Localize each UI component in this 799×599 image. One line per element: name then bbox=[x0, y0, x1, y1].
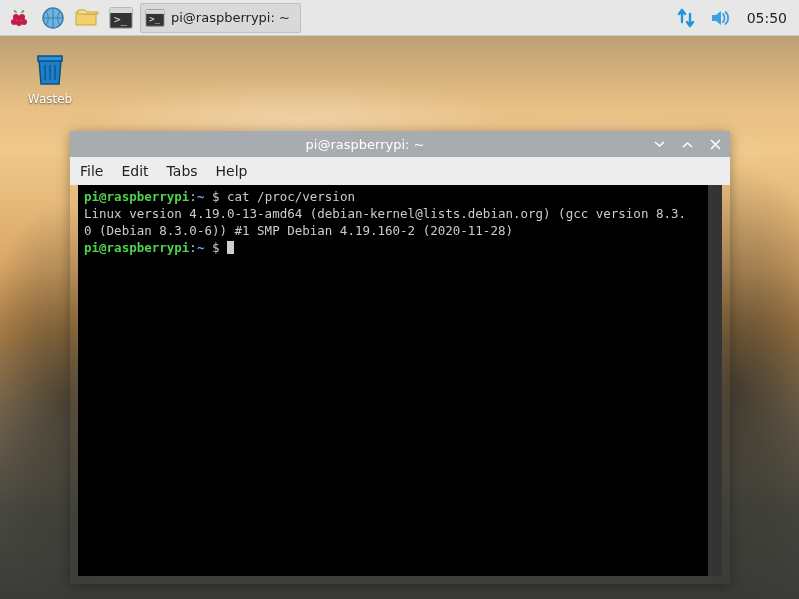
prompt-sep: : bbox=[189, 189, 197, 204]
terminal-icon: >_ bbox=[109, 7, 133, 29]
prompt-symbol: $ bbox=[212, 240, 220, 255]
chevron-up-icon bbox=[682, 139, 693, 150]
close-button[interactable] bbox=[708, 137, 722, 151]
network-indicator[interactable] bbox=[671, 3, 701, 33]
folder-icon bbox=[74, 6, 100, 30]
titlebar[interactable]: pi@raspberrypi: ~ bbox=[70, 131, 730, 157]
svg-text:>_: >_ bbox=[149, 14, 160, 24]
svg-point-5 bbox=[17, 16, 22, 21]
svg-text:>_: >_ bbox=[114, 13, 128, 26]
menu-help[interactable]: Help bbox=[216, 163, 248, 179]
window-title: pi@raspberrypi: ~ bbox=[78, 137, 652, 152]
terminal-command: cat /proc/version bbox=[227, 189, 355, 204]
app-menu-button[interactable] bbox=[4, 3, 34, 33]
taskbar-app-title: pi@raspberrypi: ~ bbox=[171, 10, 290, 25]
trash-icon bbox=[29, 48, 71, 90]
menubar: File Edit Tabs Help bbox=[70, 157, 730, 185]
volume-indicator[interactable] bbox=[705, 3, 735, 33]
chevron-down-icon bbox=[654, 139, 665, 150]
menu-tabs[interactable]: Tabs bbox=[167, 163, 198, 179]
terminal-output-line: 0 (Debian 8.3.0-6)) #1 SMP Debian 4.19.1… bbox=[84, 223, 716, 240]
terminal-window: pi@raspberrypi: ~ File Edit Tabs Help pi… bbox=[70, 131, 730, 584]
close-icon bbox=[710, 139, 721, 150]
maximize-button[interactable] bbox=[680, 137, 694, 151]
taskbar-app-terminal[interactable]: >_ pi@raspberrypi: ~ bbox=[140, 3, 301, 33]
terminal-cursor bbox=[227, 241, 234, 254]
network-updown-icon bbox=[675, 7, 697, 29]
wastebasket-label: Wasteb bbox=[28, 92, 72, 106]
prompt-path: ~ bbox=[197, 240, 205, 255]
prompt-user: pi@raspberrypi bbox=[84, 240, 189, 255]
terminal-icon: >_ bbox=[145, 9, 165, 27]
raspberry-icon bbox=[7, 6, 31, 30]
terminal-output-line: Linux version 4.19.0-13-amd64 (debian-ke… bbox=[84, 206, 716, 223]
terminal-line: pi@raspberrypi:~ $ bbox=[84, 240, 716, 257]
prompt-path: ~ bbox=[197, 189, 205, 204]
terminal-viewport[interactable]: pi@raspberrypi:~ $ cat /proc/version Lin… bbox=[78, 185, 722, 576]
svg-point-4 bbox=[21, 19, 27, 25]
menu-file[interactable]: File bbox=[80, 163, 103, 179]
taskbar: >_ >_ pi@raspberrypi: ~ 05:50 bbox=[0, 0, 799, 36]
menu-edit[interactable]: Edit bbox=[121, 163, 148, 179]
speaker-icon bbox=[709, 7, 731, 29]
terminal-launcher[interactable]: >_ bbox=[106, 3, 136, 33]
terminal-line: pi@raspberrypi:~ $ cat /proc/version bbox=[84, 189, 716, 206]
web-browser-launcher[interactable] bbox=[38, 3, 68, 33]
prompt-sep: : bbox=[189, 240, 197, 255]
wastebasket-desktop-icon[interactable]: Wasteb bbox=[20, 48, 80, 106]
window-controls bbox=[652, 137, 722, 151]
svg-point-2 bbox=[11, 19, 17, 25]
prompt-symbol: $ bbox=[212, 189, 220, 204]
terminal-scrollbar[interactable] bbox=[708, 185, 722, 576]
taskbar-clock[interactable]: 05:50 bbox=[739, 10, 795, 26]
globe-icon bbox=[41, 6, 65, 30]
file-manager-launcher[interactable] bbox=[72, 3, 102, 33]
minimize-button[interactable] bbox=[652, 137, 666, 151]
prompt-user: pi@raspberrypi bbox=[84, 189, 189, 204]
